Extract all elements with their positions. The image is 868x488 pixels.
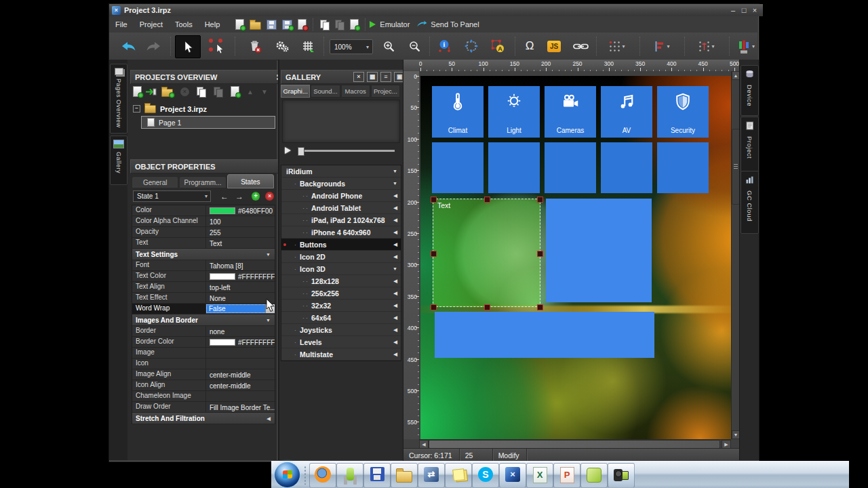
blank-tile[interactable] xyxy=(488,142,540,193)
color-swatch[interactable] xyxy=(210,273,235,280)
blank-tile[interactable] xyxy=(657,142,709,193)
property-text-color[interactable]: Text Color#FFFFFFFF xyxy=(132,271,275,282)
chevron-left-icon[interactable]: ◀ xyxy=(394,340,397,345)
open-project-icon[interactable] xyxy=(250,22,261,30)
property-value[interactable]: None xyxy=(206,293,275,303)
autoposition-button[interactable]: A xyxy=(486,35,509,57)
property-value[interactable]: 255 xyxy=(206,227,275,237)
right-tab-gc-cloud[interactable]: GC Cloud xyxy=(741,171,759,234)
property-image-align[interactable]: Image Aligncenter-middle xyxy=(132,369,275,380)
chevron-left-icon[interactable]: ◀ xyxy=(394,303,397,308)
omega-button[interactable]: Ω xyxy=(519,35,540,57)
page-canvas[interactable]: ClimatLightCamerasAVSecurity Text xyxy=(420,76,731,439)
redo-button[interactable] xyxy=(143,35,163,57)
chevron-left-icon[interactable]: ◀ xyxy=(394,193,397,199)
taskbar-arrows-app-button[interactable]: ⇄ xyxy=(418,463,445,488)
gallery-item-32x32[interactable]: ··32x32◀ xyxy=(281,300,401,312)
gallery-tab-macros[interactable]: Macros xyxy=(341,85,370,98)
gallery-item-multistate[interactable]: ·Multistate◀ xyxy=(281,348,401,361)
gallery-item-levels[interactable]: ·Levels◀ xyxy=(281,336,401,348)
taskbar-excel-button[interactable]: X xyxy=(526,463,553,488)
property-opacity[interactable]: Opacity255 xyxy=(132,227,275,238)
taskbar-powerpoint-button[interactable]: P xyxy=(553,463,580,488)
taskbar-green-device-button[interactable] xyxy=(336,463,363,488)
property-value[interactable]: center-middle xyxy=(206,369,275,380)
blank-tile[interactable] xyxy=(432,142,484,193)
property-value[interactable]: top-left xyxy=(206,282,275,292)
selected-object[interactable]: Text xyxy=(433,199,540,307)
zoom-select[interactable]: 100% ▾ xyxy=(330,39,373,54)
property-chameleon-image[interactable]: Chameleon Image xyxy=(132,391,275,402)
add-folder-icon[interactable] xyxy=(161,89,173,97)
object-info-button[interactable]: i xyxy=(433,35,456,57)
property-value[interactable]: Text xyxy=(206,238,275,248)
property-color[interactable]: Color#6480FF00 xyxy=(132,205,275,216)
import-page-icon[interactable] xyxy=(145,87,157,96)
menu-project[interactable]: Project xyxy=(134,17,169,33)
new-project-icon[interactable] xyxy=(235,19,244,30)
settings-button[interactable] xyxy=(271,35,294,57)
gallery-item-ipad-ipad-2-1024x768[interactable]: ··iPad, iPad 2 1024x768◀ xyxy=(281,214,401,226)
maximize-button[interactable]: □ xyxy=(738,6,749,14)
property-text-align[interactable]: Text Aligntop-left xyxy=(132,282,275,293)
property-value[interactable] xyxy=(206,391,275,401)
taskbar-explorer-button[interactable] xyxy=(391,463,418,488)
undo-button[interactable] xyxy=(119,35,139,57)
taskbar-iridium-button[interactable]: × xyxy=(499,463,526,488)
close-box-icon[interactable]: × xyxy=(353,72,364,82)
selection-handle[interactable] xyxy=(537,304,543,310)
property-value[interactable]: center-middle xyxy=(206,380,275,390)
word-wrap-editor[interactable]: False▼ xyxy=(206,304,275,313)
gallery-item-android-phone[interactable]: ··Android Phone◀ xyxy=(281,190,401,202)
emulator-button[interactable]: Emulator xyxy=(380,20,410,28)
minimize-button[interactable]: – xyxy=(728,6,738,14)
tile-climat[interactable]: Climat xyxy=(432,86,484,138)
selection-handle[interactable] xyxy=(484,197,490,203)
blank-tile[interactable] xyxy=(545,142,596,193)
horizontal-scrollbar[interactable]: ◀ ▶ xyxy=(419,439,731,449)
gallery-item-iphone-4-640x960[interactable]: ··iPhone 4 640x960◀ xyxy=(281,226,401,239)
js-editor-button[interactable]: JS xyxy=(543,35,565,57)
color-swatch[interactable] xyxy=(210,339,235,346)
gallery-item-icon-2d[interactable]: ·Icon 2D◀ xyxy=(281,251,401,263)
right-tab-project[interactable]: Project xyxy=(741,117,759,173)
sidebar-tab-pages-overview[interactable]: Pages Overview xyxy=(110,64,127,134)
chevron-down-icon[interactable]: ▼ xyxy=(393,266,397,271)
selection-handle[interactable] xyxy=(431,251,437,257)
gallery-item-joysticks[interactable]: ·Joysticks◀ xyxy=(281,324,401,336)
chevron-left-icon[interactable]: ◀ xyxy=(394,242,397,247)
gallery-item-64x64[interactable]: ··64x64◀ xyxy=(281,312,401,324)
gallery-item-256x256[interactable]: ··256x256◀ xyxy=(281,287,401,300)
state-select[interactable]: State 1 ▾ xyxy=(133,190,211,202)
link-button[interactable] xyxy=(569,35,592,57)
gallery-tab-graphi[interactable]: Graphi... xyxy=(281,85,310,98)
collapse-box-icon[interactable]: − xyxy=(133,105,140,113)
property-color-alpha-channel[interactable]: Color Alpha Channel100 xyxy=(132,216,275,227)
chevron-left-icon[interactable]: ◀ xyxy=(394,352,397,357)
select-tool-button[interactable] xyxy=(175,35,201,58)
align-objects-button[interactable]: ▾ xyxy=(601,35,633,57)
delete-state-button[interactable]: × xyxy=(265,192,274,201)
prev-state-button[interactable]: ← xyxy=(220,192,229,201)
canvas-viewport[interactable]: ClimatLightCamerasAVSecurity Text xyxy=(419,71,731,439)
zoom-out-button[interactable] xyxy=(403,35,425,57)
chevron-left-icon[interactable]: ◀ xyxy=(394,279,397,284)
save-all-icon[interactable] xyxy=(282,20,292,30)
property-value[interactable]: Tahoma [8] xyxy=(206,260,275,270)
chevron-left-icon[interactable]: ◀ xyxy=(394,205,397,211)
property-icon[interactable]: Icon xyxy=(132,359,275,369)
chevron-left-icon[interactable]: ◀ xyxy=(394,327,397,333)
gallery-item-android-tablet[interactable]: ··Android Tablet◀ xyxy=(281,202,401,214)
reimport-page-icon[interactable] xyxy=(231,86,239,97)
menu-help[interactable]: Help xyxy=(199,17,226,33)
taskbar-recorder-button[interactable] xyxy=(608,463,635,488)
gallery-tab-projec[interactable]: Projec... xyxy=(371,85,400,98)
section-text-settings[interactable]: Text Settings▼ xyxy=(132,249,275,260)
chevron-left-icon[interactable]: ◀ xyxy=(394,315,397,321)
property-value[interactable]: none xyxy=(206,326,275,336)
tile-cameras[interactable]: Cameras xyxy=(545,86,596,138)
color-swatch[interactable] xyxy=(210,207,235,214)
gallery-item-backgrounds[interactable]: ·Backgrounds▼ xyxy=(281,178,401,190)
move-down-icon[interactable]: ▼ xyxy=(261,88,268,96)
property-text-effect[interactable]: Text EffectNone xyxy=(132,293,275,304)
